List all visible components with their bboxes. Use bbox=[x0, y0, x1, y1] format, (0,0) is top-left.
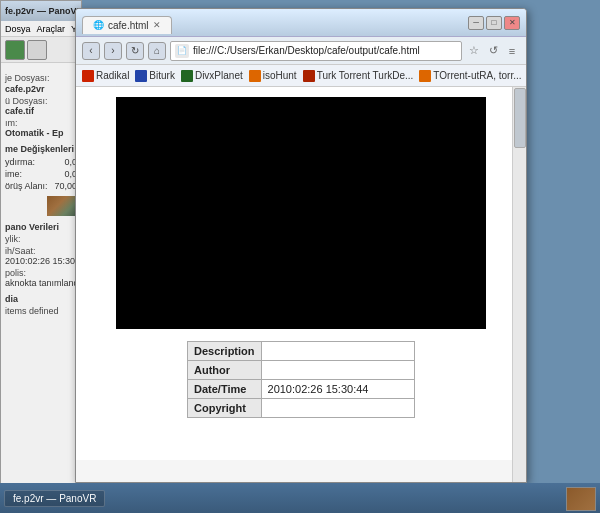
window-controls: ─ □ ✕ bbox=[468, 16, 520, 30]
taskbar-panovr[interactable]: fe.p2vr — PanoVR bbox=[4, 490, 105, 507]
bookmark-isohunt[interactable]: isoHunt bbox=[249, 70, 297, 82]
copyright-value bbox=[261, 399, 414, 418]
maximize-button[interactable]: □ bbox=[486, 16, 502, 30]
nav-right-icons: ☆ ↺ ≡ bbox=[466, 43, 520, 59]
bookmark-isohunt-label: isoHunt bbox=[263, 70, 297, 81]
forward-button[interactable]: › bbox=[104, 42, 122, 60]
media-title: dia bbox=[5, 294, 77, 304]
menu-araclar[interactable]: Araçlar bbox=[37, 24, 66, 34]
bookmark-biturk-label: Biturk bbox=[149, 70, 175, 81]
panovr-window: fe.p2vr — PanoVR Dosya Araçlar Yardım je… bbox=[0, 0, 82, 490]
author-value bbox=[261, 361, 414, 380]
close-button[interactable]: ✕ bbox=[504, 16, 520, 30]
toolbar-btn-1[interactable] bbox=[5, 40, 25, 60]
address-text: file:///C:/Users/Erkan/Desktop/cafe/outp… bbox=[193, 45, 420, 56]
bookmark-radikal[interactable]: Radikal bbox=[82, 70, 129, 82]
datetime-value: 2010:02:26 15:30:44 bbox=[261, 380, 414, 399]
taskbar: fe.p2vr — PanoVR bbox=[0, 483, 600, 513]
table-row-author: Author bbox=[188, 361, 415, 380]
taskbar-thumb bbox=[566, 487, 596, 511]
panovr-menubar: Dosya Araçlar Yardım bbox=[1, 21, 81, 37]
tab-favicon: 🌐 bbox=[93, 20, 104, 30]
thumbnail-container bbox=[5, 196, 77, 216]
gorme-section: me Değişkenleri ydırma: 0,0 ime: 0,0 örü… bbox=[5, 144, 77, 216]
bookmark-torrent[interactable]: TOrrent-utRA, torr... bbox=[419, 70, 521, 82]
panorama-view[interactable] bbox=[116, 97, 486, 329]
media-items: items defined bbox=[5, 306, 77, 316]
menu-icon[interactable]: ≡ bbox=[504, 43, 520, 59]
ime-row: ime: 0,0 bbox=[5, 168, 77, 180]
panovr-titlebar: fe.p2vr — PanoVR bbox=[1, 1, 81, 21]
toolbar-btn-2[interactable] bbox=[27, 40, 47, 60]
bookmarks-bar: Radikal Biturk DivxPlanet isoHunt Turk T… bbox=[76, 65, 526, 87]
browser-titlebar: 🌐 cafe.html ✕ ─ □ ✕ bbox=[76, 9, 526, 37]
address-file-icon: 📄 bbox=[175, 44, 189, 58]
baslangic-label: aknokta tanımlandı bbox=[5, 278, 77, 288]
gorme-title: me Değişkenleri bbox=[5, 144, 77, 154]
star-icon[interactable]: ☆ bbox=[466, 43, 482, 59]
info-table: Description Author Date/Time 2010:02:26 … bbox=[187, 341, 415, 418]
cikti-value: Otomatik - Ep bbox=[5, 128, 77, 138]
minimize-button[interactable]: ─ bbox=[468, 16, 484, 30]
pano-thumbnail bbox=[47, 196, 77, 216]
table-row-datetime: Date/Time 2010:02:26 15:30:44 bbox=[188, 380, 415, 399]
bookmark-divxplanet[interactable]: DivxPlanet bbox=[181, 70, 243, 82]
panovr-toolbar bbox=[1, 37, 81, 63]
tarih-label: ih/Saat: bbox=[5, 246, 77, 256]
bookmark-biturk[interactable]: Biturk bbox=[135, 70, 175, 82]
tab-close-btn[interactable]: ✕ bbox=[153, 20, 161, 30]
goruntu-value: cafe.tif bbox=[5, 106, 77, 116]
table-row-copyright: Copyright bbox=[188, 399, 415, 418]
datetime-label: Date/Time bbox=[188, 380, 262, 399]
gorus-label: örüş Alanı: bbox=[5, 181, 48, 191]
browser-window: 🌐 cafe.html ✕ ─ □ ✕ ‹ › ↻ ⌂ 📄 file:///C:… bbox=[75, 8, 527, 483]
media-section: dia items defined bbox=[5, 294, 77, 316]
dydirma-label: ydırma: bbox=[5, 157, 35, 167]
proje-dosyasi-label: je Dosyası: bbox=[5, 73, 77, 83]
menu-dosya[interactable]: Dosya bbox=[5, 24, 31, 34]
browser-scrollbar[interactable] bbox=[512, 87, 526, 482]
gorus-value: 70,00 bbox=[54, 181, 77, 191]
bookmark-isohunt-icon bbox=[249, 70, 261, 82]
copyright-label: Copyright bbox=[188, 399, 262, 418]
panovr-title: fe.p2vr — PanoVR bbox=[5, 6, 81, 16]
polis-label: polis: bbox=[5, 268, 77, 278]
pano-verileri-title: pano Verileri bbox=[5, 222, 77, 232]
bookmark-radikal-label: Radikal bbox=[96, 70, 129, 81]
file-section: je Dosyası: cafe.p2vr ü Dosyası: cafe.ti… bbox=[5, 73, 77, 138]
scrollbar-thumb[interactable] bbox=[514, 88, 526, 148]
ime-label: ime: bbox=[5, 169, 22, 179]
proje-value: cafe.p2vr bbox=[5, 84, 77, 94]
ylik-label: ylik: bbox=[5, 234, 77, 244]
bookmark-divxplanet-label: DivxPlanet bbox=[195, 70, 243, 81]
panovr-content: je Dosyası: cafe.p2vr ü Dosyası: cafe.ti… bbox=[1, 63, 81, 320]
browser-navbar: ‹ › ↻ ⌂ 📄 file:///C:/Users/Erkan/Desktop… bbox=[76, 37, 526, 65]
home-button[interactable]: ⌂ bbox=[148, 42, 166, 60]
bookmark-torrent-icon bbox=[419, 70, 431, 82]
bookmark-divxplanet-icon bbox=[181, 70, 193, 82]
goruntu-label: ü Dosyası: bbox=[5, 96, 77, 106]
bookmark-turkde-label: Turk Torrent TurkDe... bbox=[317, 70, 414, 81]
description-label: Description bbox=[188, 342, 262, 361]
author-label: Author bbox=[188, 361, 262, 380]
cikti-label: ım: bbox=[5, 118, 77, 128]
bookmark-biturk-icon bbox=[135, 70, 147, 82]
tab-title: cafe.html bbox=[108, 20, 149, 31]
bookmark-torrent-label: TOrrent-utRA, torr... bbox=[433, 70, 521, 81]
description-value bbox=[261, 342, 414, 361]
browser-tab[interactable]: 🌐 cafe.html ✕ bbox=[82, 16, 172, 34]
gorus-row: örüş Alanı: 70,00 bbox=[5, 180, 77, 192]
browser-content: Description Author Date/Time 2010:02:26 … bbox=[76, 87, 526, 460]
bookmark-turkde-icon bbox=[303, 70, 315, 82]
dydirma-row: ydırma: 0,0 bbox=[5, 156, 77, 168]
table-row-description: Description bbox=[188, 342, 415, 361]
refresh-button[interactable]: ↻ bbox=[126, 42, 144, 60]
reload-icon[interactable]: ↺ bbox=[485, 43, 501, 59]
bookmark-turkde[interactable]: Turk Torrent TurkDe... bbox=[303, 70, 414, 82]
pano-verileri-section: pano Verileri ylik: ih/Saat: 2010:02:26 … bbox=[5, 222, 77, 288]
address-bar[interactable]: 📄 file:///C:/Users/Erkan/Desktop/cafe/ou… bbox=[170, 41, 462, 61]
bookmark-radikal-icon bbox=[82, 70, 94, 82]
back-button[interactable]: ‹ bbox=[82, 42, 100, 60]
tarih-value: 2010:02:26 15:30 bbox=[5, 256, 77, 266]
desktop: fe.p2vr — PanoVR Dosya Araçlar Yardım je… bbox=[0, 0, 600, 513]
